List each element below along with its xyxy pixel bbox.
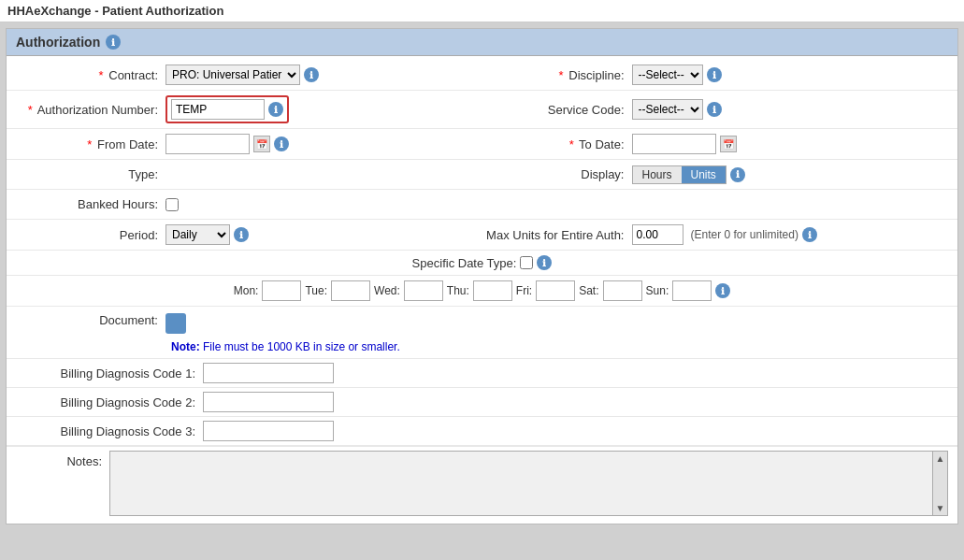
banked-hours-row: Banked Hours:	[7, 190, 957, 220]
sun-label: Sun:	[646, 284, 669, 297]
contract-discipline-row: * Contract: PRO: Universal Patier ℹ * Di…	[7, 60, 957, 91]
document-group: Document: Note: File must be 1000 KB in …	[16, 311, 482, 353]
notes-textarea[interactable]	[110, 452, 932, 515]
contract-group: * Contract: PRO: Universal Patier ℹ	[16, 65, 482, 85]
discipline-label: * Discipline:	[482, 68, 632, 82]
specific-date-label: Specific Date Type:	[412, 256, 517, 270]
sun-input[interactable]	[672, 280, 712, 301]
specific-date-row: Specific Date Type: ℹ	[7, 251, 957, 276]
billing-diag-3-row: Billing Diagnosis Code 3:	[7, 417, 957, 446]
display-info-icon[interactable]: ℹ	[730, 167, 745, 182]
auth-required-star: *	[28, 103, 33, 117]
wed-input[interactable]	[404, 280, 443, 301]
notes-label: Notes:	[16, 451, 109, 468]
max-units-input-group: (Enter 0 for unlimited) ℹ	[632, 224, 817, 245]
main-container: Authorization ℹ * Contract: PRO: Univers…	[6, 28, 958, 524]
specific-date-info-icon[interactable]: ℹ	[537, 255, 552, 270]
billing-diag-1-input[interactable]	[203, 363, 334, 383]
billing-diag-1-label: Billing Diagnosis Code 1:	[16, 366, 203, 381]
notes-row: Notes: ▲ ▼	[7, 446, 957, 520]
document-upload-icon[interactable]	[165, 313, 186, 334]
fri-input[interactable]	[536, 280, 575, 301]
auth-number-info-icon[interactable]: ℹ	[268, 102, 283, 117]
notes-area-wrapper: ▲ ▼	[109, 451, 948, 516]
max-units-group: Max Units for Entire Auth: (Enter 0 for …	[482, 224, 949, 245]
notes-scrollbar: ▲ ▼	[932, 452, 947, 515]
discipline-input-group: --Select-- ℹ	[632, 65, 722, 85]
period-input-group: Daily Weekly Monthly ℹ	[165, 224, 249, 245]
discipline-info-icon[interactable]: ℹ	[707, 67, 722, 82]
display-label: Display:	[482, 167, 632, 181]
specific-date-checkbox[interactable]	[520, 256, 533, 269]
auth-number-input-group: ℹ	[165, 95, 289, 123]
to-date-required-star: *	[569, 137, 574, 151]
display-group: Display: Hours Units ℹ	[482, 165, 949, 184]
to-date-calendar-icon[interactable]: 📅	[720, 136, 737, 152]
period-select[interactable]: Daily Weekly Monthly	[165, 224, 230, 245]
auth-number-input[interactable]	[171, 99, 265, 120]
days-info-icon[interactable]: ℹ	[715, 283, 730, 298]
day-inputs-group: Mon: Tue: Wed: Thu: Fri: Sat: Sun: ℹ	[234, 280, 730, 301]
contract-info-icon[interactable]: ℹ	[304, 67, 319, 82]
from-date-info-icon[interactable]: ℹ	[274, 136, 289, 151]
to-date-input[interactable]	[632, 134, 716, 154]
from-date-calendar-icon[interactable]: 📅	[253, 136, 270, 152]
contract-required-star: *	[99, 68, 104, 82]
type-group: Type:	[16, 167, 482, 181]
from-date-input-group: 📅 ℹ	[165, 134, 289, 154]
discipline-required-star: *	[559, 68, 564, 82]
from-date-input[interactable]	[165, 134, 250, 154]
display-toggle: Hours Units	[632, 165, 727, 184]
billing-diag-3-input[interactable]	[203, 421, 334, 441]
display-input-group: Hours Units ℹ	[632, 165, 745, 184]
document-input-group: Note: File must be 1000 KB in size or sm…	[165, 313, 400, 353]
sat-label: Sat:	[579, 284, 598, 297]
period-info-icon[interactable]: ℹ	[234, 227, 249, 242]
window-title: HHAeXchange - Patient Authorization	[0, 0, 964, 22]
to-date-label: * To Date:	[482, 137, 632, 151]
service-code-select[interactable]: --Select--	[632, 99, 703, 120]
tue-input[interactable]	[331, 280, 370, 301]
scroll-up-arrow[interactable]: ▲	[936, 453, 945, 464]
billing-diag-2-input[interactable]	[203, 392, 334, 412]
banked-hours-checkbox[interactable]	[165, 198, 179, 211]
from-date-group: * From Date: 📅 ℹ	[16, 134, 482, 154]
document-note: Note: File must be 1000 KB in size or sm…	[165, 339, 400, 353]
contract-label: * Contract:	[16, 68, 165, 82]
type-label: Type:	[16, 167, 165, 181]
fri-label: Fri:	[516, 284, 532, 297]
service-code-label: Service Code:	[482, 103, 632, 117]
form-body: * Contract: PRO: Universal Patier ℹ * Di…	[7, 56, 957, 524]
auth-number-box: ℹ	[165, 95, 289, 123]
wed-label: Wed:	[374, 284, 400, 297]
type-display-row: Type: Display: Hours Units ℹ	[7, 160, 957, 190]
contract-select[interactable]: PRO: Universal Patier	[165, 65, 300, 85]
max-units-input[interactable]	[632, 224, 683, 245]
mon-input[interactable]	[262, 280, 301, 301]
section-info-icon[interactable]: ℹ	[106, 35, 121, 50]
tue-label: Tue:	[305, 284, 327, 297]
dates-row: * From Date: 📅 ℹ * To Date: 📅	[7, 129, 957, 160]
to-date-group: * To Date: 📅	[482, 134, 949, 154]
sat-input[interactable]	[603, 280, 642, 301]
billing-diag-3-label: Billing Diagnosis Code 3:	[16, 424, 203, 438]
discipline-select[interactable]: --Select--	[632, 65, 703, 85]
max-units-label: Max Units for Entire Auth:	[482, 228, 632, 242]
discipline-group: * Discipline: --Select-- ℹ	[482, 65, 949, 85]
service-code-info-icon[interactable]: ℹ	[707, 102, 722, 117]
service-code-group: Service Code: --Select-- ℹ	[482, 99, 949, 120]
thu-input[interactable]	[473, 280, 512, 301]
units-toggle-btn[interactable]: Units	[682, 166, 726, 183]
document-label: Document:	[16, 313, 165, 327]
banked-hours-label: Banked Hours:	[16, 197, 165, 211]
scroll-down-arrow[interactable]: ▼	[936, 503, 945, 513]
authorization-header-label: Authorization	[16, 35, 100, 50]
specific-date-group: Specific Date Type: ℹ	[412, 255, 553, 270]
unlimited-note: (Enter 0 for unlimited)	[691, 228, 799, 241]
section-header: Authorization ℹ	[7, 29, 957, 56]
thu-label: Thu:	[447, 284, 469, 297]
hours-toggle-btn[interactable]: Hours	[633, 166, 682, 183]
auth-number-label: * Authorization Number:	[16, 103, 165, 117]
max-units-info-icon[interactable]: ℹ	[802, 227, 817, 242]
service-code-input-group: --Select-- ℹ	[632, 99, 722, 120]
